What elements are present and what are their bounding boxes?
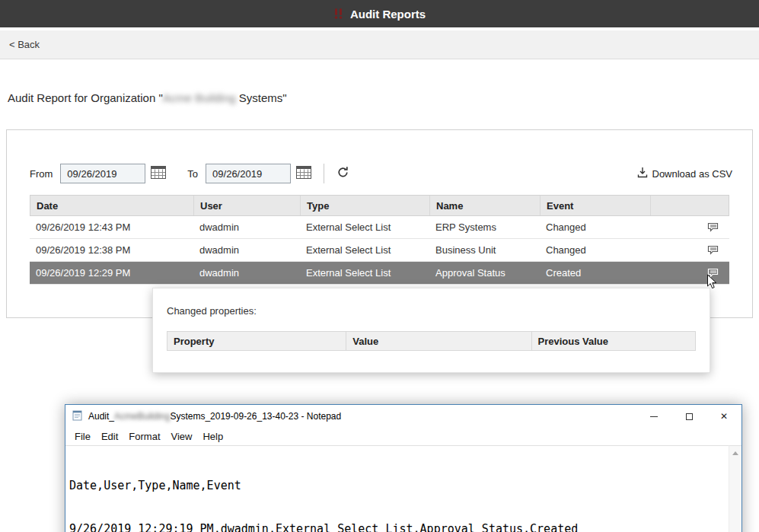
row-event: Changed: [540, 244, 650, 256]
menu-help[interactable]: Help: [197, 431, 228, 442]
column-header-actions: [651, 196, 729, 215]
org-name-redacted: Acme Building: [163, 91, 236, 104]
popup-column-value: Value: [346, 331, 531, 351]
download-csv-label: Download as CSV: [652, 168, 733, 180]
table-row-selected[interactable]: 09/26/2019 12:29 PM dwadmin External Sel…: [30, 262, 729, 285]
row-name: ERP Systems: [429, 221, 540, 233]
column-header-date[interactable]: Date: [30, 196, 194, 215]
notepad-window: Audit_AcmeBuildingSystems_2019-09-26_13-…: [65, 404, 742, 532]
notepad-titlebar[interactable]: Audit_AcmeBuildingSystems_2019-09-26_13-…: [65, 405, 741, 428]
popup-column-property: Property: [167, 331, 346, 351]
audit-reports-icon: [333, 8, 344, 20]
window-controls: ✕: [636, 405, 741, 428]
minimize-button[interactable]: [636, 405, 671, 428]
changed-properties-popup: Changed properties: Property Value Previ…: [152, 288, 710, 373]
row-user: dwadmin: [193, 221, 300, 233]
row-type: External Select List: [300, 221, 429, 233]
page-title-suffix: Systems": [236, 91, 287, 104]
app-title: Audit Reports: [350, 8, 426, 21]
text-line: 9/26/2019 12:29:19 PM,dwadmin,External S…: [69, 522, 729, 532]
page-title-prefix: Audit Report for Organization ": [8, 91, 163, 104]
column-header-user[interactable]: User: [194, 196, 301, 215]
page-title: Audit Report for Organization "Acme Buil…: [8, 91, 287, 104]
row-type: External Select List: [300, 244, 429, 256]
popup-table-header: Property Value Previous Value: [167, 331, 696, 351]
minimize-icon: [650, 416, 658, 417]
column-header-name[interactable]: Name: [430, 196, 541, 215]
audit-table: Date User Type Name Event 09/26/2019 12:…: [30, 195, 729, 285]
row-date: 09/26/2019 12:38 PM: [30, 244, 193, 256]
to-date-input[interactable]: [206, 164, 291, 183]
notepad-title-suffix: Systems_2019-09-26_13-40-23 - Notepad: [170, 411, 341, 422]
notepad-title-prefix: Audit_: [88, 411, 114, 422]
notepad-scrollbar[interactable]: [729, 445, 741, 532]
back-button[interactable]: < Back: [9, 39, 40, 50]
column-header-event[interactable]: Event: [541, 196, 651, 215]
menu-edit[interactable]: Edit: [96, 431, 123, 442]
notepad-title-redacted: AcmeBuilding: [114, 411, 170, 422]
calendar-icon: [296, 166, 311, 181]
row-name: Approval Status: [429, 267, 540, 279]
comment-icon[interactable]: [707, 245, 719, 255]
back-bar: < Back: [0, 30, 759, 59]
refresh-button[interactable]: [335, 164, 351, 183]
row-date: 09/26/2019 12:43 PM: [30, 221, 193, 233]
maximize-icon: [686, 413, 693, 420]
calendar-icon: [151, 166, 166, 181]
maximize-button[interactable]: [671, 405, 706, 428]
scroll-up-arrow[interactable]: [732, 451, 738, 455]
row-user: dwadmin: [193, 244, 300, 256]
row-event: Created: [540, 267, 650, 279]
close-button[interactable]: ✕: [706, 405, 741, 428]
from-calendar-button[interactable]: [149, 164, 167, 183]
filter-row: From To: [30, 164, 732, 183]
download-csv-button[interactable]: Download as CSV: [637, 167, 733, 180]
row-name: Business Unit: [429, 244, 540, 256]
text-line: Date,User,Type,Name,Event: [69, 479, 729, 493]
notepad-app-icon: [72, 409, 83, 423]
notepad-text-area[interactable]: Date,User,Type,Name,Event 9/26/2019 12:2…: [65, 445, 729, 532]
screen: Audit Reports < Back Audit Report for Or…: [0, 0, 759, 532]
table-header-row: Date User Type Name Event: [30, 195, 729, 216]
menu-file[interactable]: File: [69, 431, 96, 442]
close-icon: ✕: [720, 411, 728, 422]
comment-icon[interactable]: [707, 268, 719, 278]
row-event: Changed: [540, 221, 650, 233]
menu-format[interactable]: Format: [123, 431, 165, 442]
from-label: From: [30, 168, 53, 180]
column-header-type[interactable]: Type: [301, 196, 430, 215]
popup-title: Changed properties:: [167, 305, 257, 317]
download-icon: [637, 167, 648, 180]
notepad-title: Audit_AcmeBuildingSystems_2019-09-26_13-…: [88, 411, 341, 422]
menu-view[interactable]: View: [166, 431, 198, 442]
from-date-input[interactable]: [60, 164, 145, 183]
to-calendar-button[interactable]: [295, 164, 313, 183]
filter-divider: [324, 164, 324, 183]
row-user: dwadmin: [193, 267, 300, 279]
notepad-menubar: File Edit Format View Help: [65, 428, 741, 445]
row-date: 09/26/2019 12:29 PM: [30, 267, 193, 279]
app-header: Audit Reports: [0, 0, 759, 27]
row-type: External Select List: [300, 267, 429, 279]
table-row[interactable]: 09/26/2019 12:43 PM dwadmin External Sel…: [30, 216, 729, 239]
to-label: To: [187, 168, 198, 180]
refresh-icon: [336, 166, 349, 181]
comment-icon[interactable]: [707, 222, 719, 232]
table-row[interactable]: 09/26/2019 12:38 PM dwadmin External Sel…: [30, 239, 729, 262]
popup-column-previous-value: Previous Value: [532, 331, 696, 351]
